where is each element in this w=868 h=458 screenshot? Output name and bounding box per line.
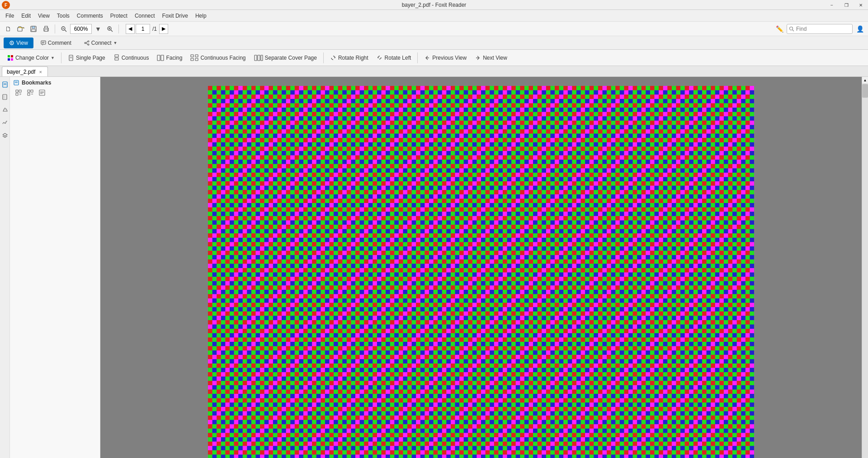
tab-view-label: View [16, 40, 28, 46]
svg-rect-57 [16, 90, 18, 92]
tab-view[interactable]: View [4, 38, 33, 48]
previous-view-label: Previous View [432, 55, 467, 61]
scroll-up-button[interactable]: ▲ [862, 77, 868, 83]
menu-comments[interactable]: Comments [73, 11, 107, 20]
continuous-facing-button[interactable]: Continuous Facing [187, 52, 249, 64]
svg-rect-63 [31, 90, 33, 92]
tab-strip: bayer_2.pdf × [0, 66, 868, 77]
comment-icon [41, 40, 46, 46]
facing-button[interactable]: Facing [153, 52, 186, 64]
next-page-button[interactable]: ▶ [159, 24, 168, 34]
separate-cover-label: Separate Cover Page [265, 55, 317, 61]
save-button[interactable] [28, 24, 39, 34]
svg-point-24 [88, 41, 89, 42]
title-bar: F bayer_2.pdf - Foxit Reader − ❐ ✕ [0, 0, 868, 10]
change-color-icon [7, 55, 14, 61]
change-color-button[interactable]: Change Color ▼ [4, 52, 58, 64]
ribbon-sep-1 [61, 52, 61, 63]
svg-rect-40 [195, 55, 198, 57]
zoom-input[interactable]: 600% [70, 24, 92, 34]
sidebar-collapse-all[interactable] [25, 88, 35, 98]
find-box [787, 24, 853, 34]
continuous-facing-icon [190, 54, 198, 61]
close-button[interactable]: ✕ [854, 0, 868, 10]
tab-bar: View Comment Connect ▼ [0, 36, 868, 50]
profile-icon[interactable]: 👤 [854, 24, 865, 34]
menu-tools[interactable]: Tools [53, 11, 73, 20]
connect-dropdown-icon[interactable]: ▼ [113, 41, 118, 45]
sidebar-icon-bookmarks[interactable] [0, 80, 10, 90]
tab-connect[interactable]: Connect ▼ [79, 38, 123, 48]
svg-text:F: F [5, 3, 7, 8]
edit-icon[interactable]: ✏️ [774, 24, 785, 34]
ribbon: Change Color ▼ Single Page Continuous Fa… [0, 50, 868, 66]
single-page-icon [68, 55, 74, 61]
separator-1 [55, 24, 55, 33]
svg-point-19 [11, 42, 13, 43]
page-number-input[interactable]: 1 [136, 24, 150, 34]
new-button[interactable]: 🗋 [3, 24, 14, 34]
main-area: Bookmarks ▲ ▼ [0, 77, 868, 458]
svg-rect-52 [3, 95, 5, 99]
open-button[interactable] [15, 24, 26, 34]
rotate-left-icon [377, 55, 383, 61]
prev-page-button[interactable]: ◀ [126, 24, 135, 34]
svg-rect-29 [11, 55, 13, 57]
menu-foxit-drive[interactable]: Foxit Drive [159, 11, 192, 20]
foxit-logo: F [2, 1, 10, 9]
page-total: /1 [152, 26, 157, 32]
menu-edit[interactable]: Edit [18, 11, 34, 20]
svg-rect-59 [16, 93, 18, 95]
minimize-button[interactable]: − [825, 0, 839, 10]
menu-file[interactable]: File [2, 11, 18, 20]
menu-help[interactable]: Help [192, 11, 210, 20]
sidebar-icon-annotations[interactable] [0, 105, 10, 115]
sidebar-expand-all[interactable] [14, 88, 24, 98]
sidebar-icon-layers[interactable] [0, 130, 10, 140]
sidebar-icon-signatures[interactable] [0, 118, 10, 127]
rotate-right-button[interactable]: Rotate Right [326, 52, 372, 64]
next-view-button[interactable]: Next View [471, 52, 511, 64]
rotate-right-icon [330, 55, 336, 61]
print-button[interactable] [41, 24, 52, 34]
document-tab[interactable]: bayer_2.pdf × [2, 66, 48, 76]
scroll-track [862, 83, 868, 458]
tab-comment[interactable]: Comment [35, 38, 77, 48]
window-title: bayer_2.pdf - Foxit Reader [402, 2, 467, 8]
document-area[interactable] [100, 77, 862, 458]
restore-button[interactable]: ❐ [839, 0, 854, 10]
rotate-left-button[interactable]: Rotate Left [373, 52, 415, 64]
separate-cover-button[interactable]: Separate Cover Page [250, 52, 321, 64]
svg-rect-44 [258, 55, 260, 61]
zoom-dropdown-button[interactable]: ▼ [93, 24, 104, 34]
menu-connect[interactable]: Connect [131, 11, 159, 20]
sidebar-panel-icons [10, 87, 100, 99]
scroll-thumb[interactable] [862, 84, 868, 98]
window-controls: − ❐ ✕ [825, 0, 868, 10]
facing-icon [157, 55, 164, 61]
continuous-button[interactable]: Continuous [110, 52, 153, 64]
menu-view[interactable]: View [34, 11, 53, 20]
change-color-dropdown[interactable]: ▼ [51, 56, 55, 60]
single-page-button[interactable]: Single Page [64, 52, 109, 64]
find-input[interactable] [796, 26, 850, 32]
sidebar-options[interactable] [37, 88, 47, 98]
svg-rect-42 [195, 58, 198, 61]
previous-view-button[interactable]: Previous View [420, 52, 470, 64]
single-page-label: Single Page [76, 55, 105, 61]
menu-protect[interactable]: Protect [107, 11, 131, 20]
vertical-scrollbar[interactable]: ▲ ▼ [862, 77, 868, 458]
continuous-facing-label: Continuous Facing [200, 55, 245, 61]
change-color-label: Change Color [15, 55, 49, 61]
close-tab-button[interactable]: × [38, 69, 42, 75]
bookmarks-label: Bookmarks [22, 80, 51, 86]
svg-point-23 [85, 42, 86, 43]
svg-rect-20 [41, 41, 46, 44]
svg-point-16 [790, 27, 793, 30]
svg-rect-2 [18, 28, 22, 31]
zoom-in-button[interactable] [104, 24, 115, 34]
previous-view-icon [424, 55, 430, 61]
sidebar-icon-pages[interactable] [0, 92, 10, 102]
zoom-out-button[interactable] [58, 24, 69, 34]
menu-bar: File Edit View Tools Comments Protect Co… [0, 10, 868, 22]
